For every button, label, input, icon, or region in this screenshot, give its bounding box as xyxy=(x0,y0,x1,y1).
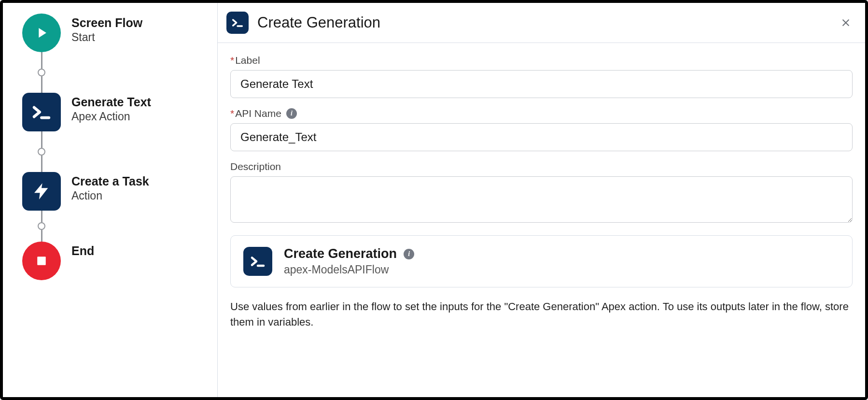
start-icon xyxy=(22,14,61,52)
field-row-api-name: *API Name i xyxy=(230,108,853,151)
add-element-joint[interactable] xyxy=(38,222,45,230)
flow-connector xyxy=(22,211,61,242)
flow-node-end[interactable]: End xyxy=(22,242,217,280)
svg-rect-1 xyxy=(37,257,46,265)
flow-column: Screen Flow Start Generat xyxy=(22,14,217,280)
terminal-icon xyxy=(243,247,272,276)
flow-node-text: Generate Text Apex Action xyxy=(71,93,151,124)
flow-node-title: Screen Flow xyxy=(71,15,142,30)
flow-node-generate-text[interactable]: Generate Text Apex Action xyxy=(22,93,217,131)
field-label: *API Name i xyxy=(230,108,853,119)
api-name-input[interactable] xyxy=(230,123,853,151)
flow-node-create-task[interactable]: Create a Task Action xyxy=(22,172,217,211)
close-icon xyxy=(841,17,851,29)
label-text: Description xyxy=(230,161,281,172)
terminal-icon xyxy=(226,12,249,34)
flow-canvas[interactable]: Screen Flow Start Generat xyxy=(3,3,218,397)
close-button[interactable] xyxy=(838,15,854,30)
app-frame: Screen Flow Start Generat xyxy=(0,0,868,400)
flow-connector xyxy=(22,52,61,93)
required-indicator: * xyxy=(230,108,234,119)
flow-node-subtitle: Start xyxy=(71,30,142,45)
field-label: Description xyxy=(230,161,853,172)
flow-node-title: Generate Text xyxy=(71,95,151,110)
flow-node-text: Screen Flow Start xyxy=(71,14,142,45)
flow-node-title: Create a Task xyxy=(71,174,149,189)
action-card-subtitle: apex-ModelsAPIFlow xyxy=(284,263,414,276)
property-panel: Create Generation *Label *API Name xyxy=(218,3,865,397)
panel-title: Create Generation xyxy=(257,14,829,31)
add-element-joint[interactable] xyxy=(38,148,45,156)
terminal-icon xyxy=(22,93,61,131)
add-element-joint[interactable] xyxy=(38,69,45,76)
action-summary-card[interactable]: Create Generation i apex-ModelsAPIFlow xyxy=(230,235,853,287)
flow-node-title: End xyxy=(71,243,94,258)
end-icon xyxy=(22,242,61,280)
action-card-title: Create Generation xyxy=(284,246,397,261)
panel-body: *Label *API Name i Description xyxy=(218,43,865,335)
panel-header: Create Generation xyxy=(218,3,865,43)
flow-connector xyxy=(22,131,61,172)
help-text: Use values from earlier in the flow to s… xyxy=(230,299,853,330)
description-textarea[interactable] xyxy=(230,176,853,223)
field-label: *Label xyxy=(230,55,853,66)
label-text: API Name xyxy=(235,108,281,119)
field-row-label: *Label xyxy=(230,55,853,98)
flow-node-subtitle: Apex Action xyxy=(71,110,151,124)
flow-node-start[interactable]: Screen Flow Start xyxy=(22,14,217,52)
flow-node-text: Create a Task Action xyxy=(71,172,149,203)
label-input[interactable] xyxy=(230,70,853,98)
lightning-icon xyxy=(22,172,61,211)
required-indicator: * xyxy=(230,55,234,66)
info-icon[interactable]: i xyxy=(286,108,297,119)
flow-node-text: End xyxy=(71,242,94,258)
info-icon[interactable]: i xyxy=(404,249,414,259)
flow-node-subtitle: Action xyxy=(71,189,149,203)
action-card-text: Create Generation i apex-ModelsAPIFlow xyxy=(284,246,414,276)
label-text: Label xyxy=(235,55,260,66)
field-row-description: Description xyxy=(230,161,853,225)
